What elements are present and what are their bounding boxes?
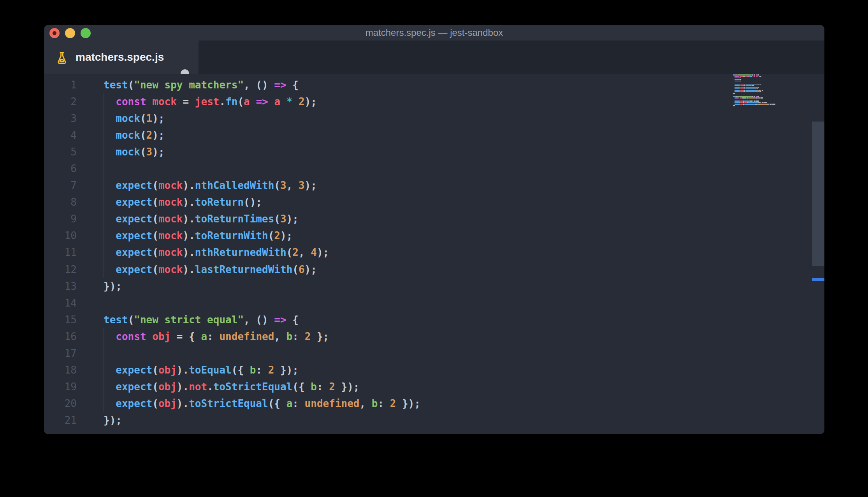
line-number[interactable]: 5 [44,146,77,158]
minimap-line [734,102,740,103]
minimap-line [743,76,745,77]
minimap-line [740,79,741,80]
line-number[interactable]: 13 [44,280,77,292]
tab-matchers-spec[interactable]: matchers.spec.js [44,41,199,74]
line-number[interactable]: 3 [44,113,77,124]
minimap-line [733,105,735,106]
code-line[interactable]: 6 [44,160,801,177]
code-line[interactable]: 17 [44,345,801,362]
editor-window: matchers.spec.js — jest-sandbox matchers… [44,25,824,434]
code-line[interactable]: 21}); [44,412,801,429]
line-number[interactable]: 19 [44,381,77,393]
minimap-line [740,81,741,82]
line-number[interactable]: 18 [44,364,77,376]
code-text: expect(obj).not.toStrictEqual({ b: 2 }); [77,381,360,393]
line-number[interactable]: 1 [44,79,77,91]
minimap-line [757,76,758,77]
minimap-line [749,97,756,99]
code-line[interactable]: 9 expect(mock).toReturnTimes(3); [44,211,801,227]
code-line[interactable]: 2 const mock = jest.fn(a => a * 2); [44,93,801,110]
code-text: mock(3); [77,146,165,158]
line-number[interactable]: 6 [44,163,77,174]
code-lines: 1test("new spy matchers", () => {2 const… [44,76,801,429]
line-number[interactable]: 17 [44,347,77,359]
code-line[interactable]: 14 [44,294,801,311]
minimap-line [761,97,763,99]
minimap-line [760,104,767,105]
minimap-line [734,85,740,86]
minimap-line [752,74,753,76]
code-line[interactable]: 3 mock(1); [44,110,801,127]
code-line[interactable]: 4 mock(2); [44,127,801,143]
code-line[interactable]: 5 mock(3); [44,143,801,160]
code-text: const mock = jest.fn(a => a * 2); [77,96,317,108]
line-number[interactable]: 7 [44,180,77,191]
code-line[interactable]: 7 expect(mock).nthCalledWith(3, 3); [44,177,801,194]
minimap-line [764,102,767,103]
minimap-line [744,102,747,103]
minimap-line [743,87,745,88]
line-number[interactable]: 9 [44,213,77,225]
minimap-line [762,90,763,91]
code-text: expect(obj).toStrictEqual({ a: undefined… [77,398,420,409]
code-line[interactable]: 18 expect(obj).toEqual({ b: 2 }); [44,362,801,379]
title-bar[interactable]: matchers.spec.js — jest-sandbox [44,25,824,41]
line-number[interactable]: 20 [44,398,77,409]
line-number[interactable]: 11 [44,247,77,258]
code-line[interactable]: 11 expect(mock).nthReturnedWith(2, 4); [44,244,801,261]
code-line[interactable]: 12 expect(mock).lastReturnedWith(6); [44,261,801,278]
minimap-line [737,96,752,97]
minimap-line [740,90,743,91]
line-number[interactable]: 4 [44,129,77,141]
minimap-line [743,90,745,91]
minimap-line [745,91,759,92]
code-line[interactable]: 20 expect(obj).toStrictEqual({ a: undefi… [44,395,801,412]
minimap-line [734,76,739,77]
tab-bar: matchers.spec.js [44,41,824,74]
minimap-line [752,96,753,97]
minimap-line [756,100,759,102]
minimap-line [757,87,759,88]
minimap-line [760,84,761,85]
minimap-line [740,84,743,85]
code-text: expect(obj).toEqual({ b: 2 }); [77,364,299,376]
line-number[interactable]: 8 [44,196,77,208]
code-text: expect(mock).toReturnWith(2); [77,230,292,241]
line-number[interactable]: 16 [44,331,77,342]
minimap-line [756,76,757,77]
code-line[interactable]: 8 expect(mock).toReturn(); [44,194,801,211]
code-line[interactable]: 1test("new spy matchers", () => { [44,76,801,93]
minimap-line [745,85,752,86]
minimap-line [734,104,740,105]
code-text: const obj = { a: undefined, b: 2 }; [77,331,329,342]
minimap-line [742,97,746,99]
line-number[interactable]: 12 [44,264,77,275]
minimap-line [734,79,738,80]
minimap-line [740,85,743,86]
minimap-line [760,91,761,92]
line-number[interactable]: 15 [44,314,77,326]
window-title: matchers.spec.js — jest-sandbox [44,25,824,41]
code-line[interactable]: 19 expect(obj).not.toStrictEqual({ b: 2 … [44,379,801,395]
minimap-line [743,85,745,86]
line-number[interactable]: 2 [44,96,77,108]
line-number[interactable]: 14 [44,297,77,309]
code-line[interactable]: 10 expect(mock).toReturnWith(2); [44,227,801,244]
minimap-line [743,91,745,92]
minimap-line [757,74,759,76]
minimap-line [757,96,759,97]
code-editor[interactable]: 1test("new spy matchers", () => {2 const… [44,74,824,434]
scrollbar-thumb[interactable] [812,122,824,266]
minimap-line [734,90,740,91]
code-line[interactable]: 13}); [44,278,801,294]
line-number[interactable]: 10 [44,230,77,241]
code-text: test("new strict equal", () => { [77,314,299,326]
code-text: expect(mock).lastReturnedWith(6); [77,264,317,275]
code-line[interactable]: 16 const obj = { a: undefined, b: 2 }; [44,328,801,345]
minimap-line [745,84,756,85]
code-text: expect(mock).nthReturnedWith(2, 4); [77,247,329,258]
line-number[interactable]: 21 [44,414,77,426]
minimap-line [757,88,758,90]
minimap[interactable] [733,74,777,113]
code-line[interactable]: 15test("new strict equal", () => { [44,311,801,328]
